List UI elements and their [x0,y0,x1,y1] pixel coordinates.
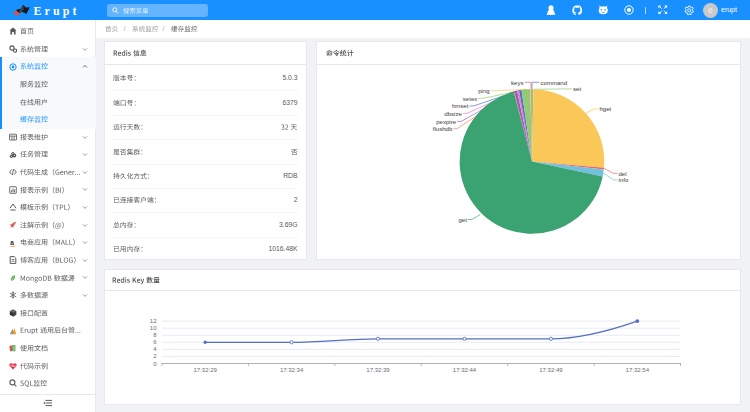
svg-text:17:32:54: 17:32:54 [626,367,650,373]
svg-text:17:32:39: 17:32:39 [366,367,390,373]
svg-text:dbsize: dbsize [444,111,462,117]
svg-text:a: a [10,239,14,246]
svg-text:ping: ping [478,88,489,94]
svg-text:12: 12 [150,318,157,324]
svg-text:flushdb: flushdb [433,126,453,132]
svg-text:command: command [541,80,568,86]
svg-text:17:32:49: 17:32:49 [539,367,563,373]
svg-text:6: 6 [153,339,157,345]
svg-text:4: 4 [153,346,157,352]
svg-text:0: 0 [153,361,157,367]
svg-text:hget: hget [600,106,612,112]
svg-text:info: info [619,177,629,183]
svg-text:8: 8 [153,332,157,338]
svg-text:17:32:44: 17:32:44 [453,367,477,373]
svg-text:10: 10 [150,325,157,331]
svg-text:get: get [458,217,467,223]
svg-text:pexpire: pexpire [436,119,456,125]
svg-text:setex: setex [463,96,477,102]
svg-text:17:32:29: 17:32:29 [194,367,218,373]
svg-text:2: 2 [153,353,157,359]
svg-text:keys: keys [511,80,523,86]
svg-text:17:32:34: 17:32:34 [280,367,304,373]
svg-text:set: set [573,86,581,92]
svg-text:hmset: hmset [452,103,469,109]
svg-text:del: del [619,171,627,177]
